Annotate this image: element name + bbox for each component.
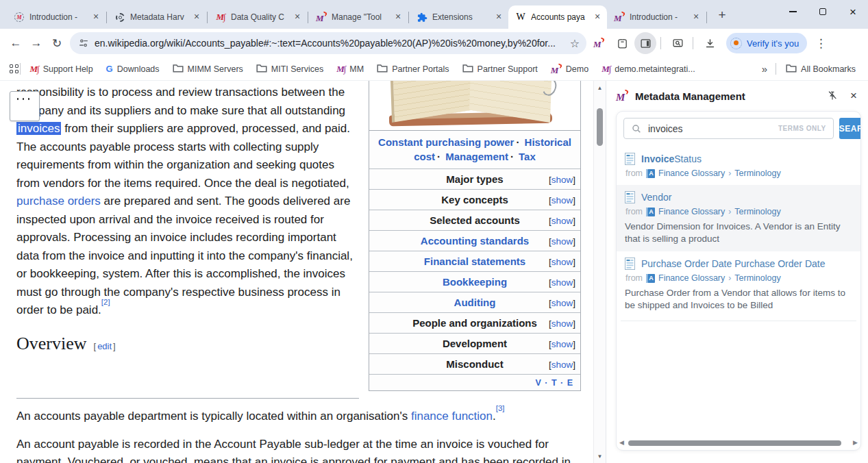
link-terminology[interactable]: Terminology xyxy=(734,168,780,178)
tab-close-icon[interactable]: × xyxy=(90,12,101,23)
link-terminology[interactable]: Terminology xyxy=(734,273,780,283)
close-panel-icon[interactable]: × xyxy=(850,90,857,101)
tab-close-icon[interactable]: × xyxy=(393,12,404,23)
infobox-vte-links[interactable]: V · T · E xyxy=(369,374,580,390)
panel-horizontal-scrollbar[interactable]: ◀ ▶ xyxy=(619,438,858,447)
page-vertical-scrollbar[interactable]: ▲ ▼ xyxy=(593,81,606,463)
scroll-down-arrow-icon[interactable]: ▼ xyxy=(594,451,606,462)
show-link[interactable]: show xyxy=(551,338,573,349)
extension-button[interactable] xyxy=(611,32,633,54)
side-panel-button[interactable] xyxy=(634,32,656,54)
tab-close-icon[interactable]: × xyxy=(191,12,202,23)
bookmark-mm[interactable]: M∫ MM xyxy=(336,64,364,75)
show-link[interactable]: show xyxy=(551,195,573,205)
tab-introduction-1[interactable]: M Introduction - × xyxy=(7,5,106,29)
scroll-up-arrow-icon[interactable]: ▲ xyxy=(594,82,606,93)
reload-button[interactable]: ↻ xyxy=(47,33,67,53)
maximize-button[interactable] xyxy=(808,0,838,23)
show-link[interactable]: show xyxy=(551,359,573,369)
folder-icon xyxy=(786,64,797,75)
tab-separator xyxy=(308,12,308,23)
edit-section-link[interactable]: [edit] xyxy=(94,341,116,351)
result-purchase-order-date[interactable]: Purchase Order Date Purchase Order Date … xyxy=(617,251,860,318)
apps-grid-icon[interactable] xyxy=(10,64,18,73)
address-bar[interactable]: en.wikipedia.org/wiki/Accounts_payable#:… xyxy=(70,32,586,54)
search-box[interactable]: TERMS ONLY xyxy=(623,118,834,139)
bookmark-demo-metaintegration[interactable]: M∫ demo.metaintegrati... xyxy=(602,64,695,75)
table-of-contents-button[interactable] xyxy=(10,91,40,121)
show-link[interactable]: show xyxy=(551,174,573,184)
scroll-right-arrow-icon[interactable]: ▶ xyxy=(853,439,858,446)
link-management[interactable]: Management xyxy=(445,151,508,162)
result-title[interactable]: Vendor xyxy=(641,192,671,203)
link-finance-glossary[interactable]: Finance Glossary xyxy=(658,207,725,216)
tab-close-icon[interactable]: × xyxy=(493,12,504,23)
link-accounting-standards[interactable]: Accounting standards xyxy=(421,235,529,247)
result-title[interactable]: Purchase Order Date Purchase Order Date xyxy=(641,258,825,269)
result-title[interactable]: InvoiceStatus xyxy=(641,153,702,164)
bookmark-folder-partner-portals[interactable]: Partner Portals xyxy=(377,64,449,75)
tab-data-quality[interactable]: M∫ Data Quality C × xyxy=(208,5,307,29)
unpin-icon[interactable] xyxy=(827,90,838,101)
link-finance-glossary[interactable]: Finance Glossary xyxy=(658,168,725,178)
mm-purple-logo-icon: M∫ xyxy=(602,64,610,75)
result-vendor[interactable]: Vendor from A Finance Glossary › Termino… xyxy=(617,185,860,251)
tab-extensions[interactable]: Extensions × xyxy=(410,5,508,29)
link-tax[interactable]: Tax xyxy=(519,151,536,162)
show-link[interactable]: show xyxy=(551,297,573,308)
show-link[interactable]: show xyxy=(551,236,573,246)
tab-manage-tool[interactable]: M Manage "Tool × xyxy=(309,5,408,29)
search-row: TERMS ONLY SEARCH xyxy=(617,112,860,145)
tab-close-icon[interactable]: × xyxy=(292,12,303,23)
show-link[interactable]: show xyxy=(551,318,573,328)
glossary-icon: A xyxy=(646,274,655,283)
show-link[interactable]: show xyxy=(551,256,573,266)
bookmark-support-help[interactable]: M∫ Support Help xyxy=(30,64,93,75)
link-terminology[interactable]: Terminology xyxy=(734,207,780,216)
reference-3-link[interactable]: [3] xyxy=(496,404,505,412)
link-bookkeeping[interactable]: Bookkeeping xyxy=(443,276,507,288)
search-input[interactable] xyxy=(648,123,772,134)
link-auditing[interactable]: Auditing xyxy=(454,297,496,308)
bookmarks-overflow-chevron[interactable]: » xyxy=(762,63,767,75)
bookmark-downloads[interactable]: G Downloads xyxy=(106,64,160,74)
bookmark-folder-miti-services[interactable]: MITI Services xyxy=(256,64,323,75)
new-tab-button[interactable]: + xyxy=(713,6,731,24)
bookmark-demo[interactable]: M Demo xyxy=(551,64,588,75)
show-link[interactable]: show xyxy=(551,215,573,225)
verify-profile-button[interactable]: Verify it's you xyxy=(726,33,807,53)
bookmark-folder-partner-support[interactable]: Partner Support xyxy=(462,64,538,75)
forward-button[interactable]: → xyxy=(26,33,47,53)
tab-introduction-2[interactable]: M Introduction - × xyxy=(607,5,706,29)
bookmark-star-icon[interactable]: ☆ xyxy=(570,37,580,50)
infobox-row-selected-accounts: Selected accounts [show] xyxy=(369,210,580,230)
back-button[interactable]: ← xyxy=(5,33,26,53)
scroll-left-arrow-icon[interactable]: ◀ xyxy=(619,439,624,446)
horizontal-scrollbar-thumb[interactable] xyxy=(628,440,841,446)
tab-metadata-harvesting[interactable]: Metadata Harv × xyxy=(108,5,206,29)
search-button[interactable]: SEARCH xyxy=(839,118,861,139)
tab-close-icon[interactable]: × xyxy=(592,12,603,23)
bookmark-folder-mimm-servers[interactable]: MIMM Servers xyxy=(173,64,243,75)
downloads-button[interactable] xyxy=(699,32,721,54)
highlighted-text-invoices: invoices xyxy=(16,122,61,135)
tab-label: Extensions xyxy=(432,12,488,22)
site-settings-icon[interactable] xyxy=(78,38,89,49)
tab-close-icon[interactable]: × xyxy=(691,12,702,23)
show-link[interactable]: show xyxy=(551,277,573,287)
link-finance-function[interactable]: finance function xyxy=(411,410,493,423)
link-financial-statements[interactable]: Financial statements xyxy=(424,255,525,267)
close-window-button[interactable]: × xyxy=(838,0,868,23)
mm-extension-button[interactable]: M xyxy=(588,32,610,54)
link-purchase-orders[interactable]: purchase orders xyxy=(16,195,101,208)
result-invoicestatus[interactable]: InvoiceStatus from A Finance Glossary › … xyxy=(617,147,860,185)
all-bookmarks-button[interactable]: All Bookmarks xyxy=(786,64,856,75)
tab-accounts-payable-active[interactable]: W Accounts paya × xyxy=(508,5,607,29)
search-side-panel-button[interactable] xyxy=(667,32,689,54)
minimize-button[interactable] xyxy=(778,0,808,23)
link-constant-purchasing-power[interactable]: Constant purchasing power xyxy=(378,136,514,148)
link-finance-glossary[interactable]: Finance Glossary xyxy=(658,273,725,283)
reference-2-link[interactable]: [2] xyxy=(101,298,110,306)
vertical-scrollbar-thumb[interactable] xyxy=(597,108,603,146)
browser-menu-button[interactable]: ⋮ xyxy=(813,36,829,51)
